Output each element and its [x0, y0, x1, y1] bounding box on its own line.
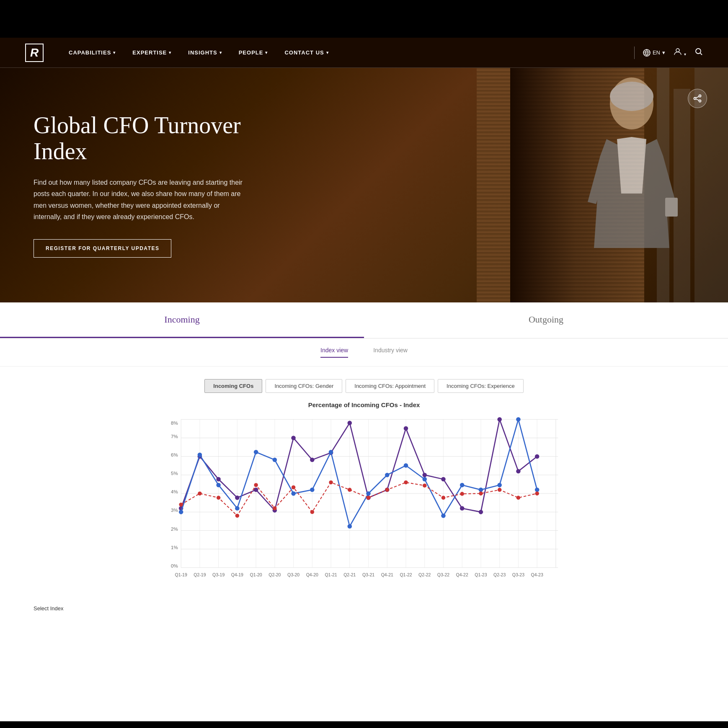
svg-text:Q3-21: Q3-21 [362, 572, 374, 577]
share-button[interactable] [688, 89, 707, 108]
svg-point-88 [497, 483, 502, 488]
share-icon [693, 94, 702, 103]
svg-point-7 [610, 82, 653, 111]
svg-text:Q4-20: Q4-20 [306, 572, 318, 577]
svg-point-63 [404, 426, 408, 431]
filter-experience[interactable]: Incoming CFOs: Experience [438, 379, 524, 393]
svg-point-9 [699, 95, 701, 97]
svg-point-10 [694, 98, 696, 100]
nav-expertise[interactable]: EXPERTISE ▾ [132, 49, 171, 56]
svg-text:2%: 2% [171, 527, 178, 532]
svg-point-82 [385, 473, 390, 478]
svg-text:Q2-22: Q2-22 [418, 572, 431, 577]
svg-point-104 [423, 483, 426, 487]
svg-point-101 [367, 496, 370, 500]
tab-outgoing[interactable]: Outgoing [364, 302, 728, 338]
svg-point-99 [329, 480, 333, 484]
svg-point-81 [366, 491, 371, 496]
nav-links: CAPABILITIES ▾ EXPERTISE ▾ INSIGHTS ▾ PE… [69, 49, 626, 56]
svg-text:3%: 3% [171, 508, 178, 513]
svg-point-75 [254, 450, 258, 454]
svg-text:Q2-23: Q2-23 [493, 572, 506, 577]
svg-rect-8 [665, 198, 678, 217]
main-tabs: Incoming Outgoing [0, 302, 728, 338]
svg-text:Q1-22: Q1-22 [400, 572, 412, 577]
svg-point-77 [291, 491, 296, 496]
svg-text:Q3-19: Q3-19 [212, 572, 225, 577]
chevron-down-icon: ▾ [219, 50, 222, 55]
svg-text:Q2-19: Q2-19 [194, 572, 206, 577]
svg-point-76 [273, 457, 277, 462]
main-content: Incoming Outgoing Index view Industry vi… [0, 302, 728, 721]
svg-text:Q4-22: Q4-22 [456, 572, 468, 577]
globe-icon [643, 49, 651, 57]
svg-point-53 [216, 477, 221, 482]
filter-incoming-cfos[interactable]: Incoming CFOs [204, 379, 262, 393]
svg-point-90 [535, 488, 540, 492]
svg-point-89 [516, 417, 521, 422]
filter-gender[interactable]: Incoming CFOs: Gender [266, 379, 342, 393]
svg-point-57 [291, 436, 296, 440]
svg-text:5%: 5% [171, 471, 178, 476]
svg-point-95 [254, 483, 258, 487]
language-selector[interactable]: EN ▾ [643, 49, 665, 57]
chevron-down-icon: ▾ [265, 50, 268, 55]
svg-point-100 [348, 488, 351, 492]
svg-point-96 [273, 506, 276, 510]
subtab-index-view[interactable]: Index view [320, 347, 348, 358]
svg-text:7%: 7% [171, 434, 178, 439]
svg-point-84 [422, 477, 427, 482]
user-icon[interactable]: ▾ [674, 47, 686, 58]
svg-point-58 [310, 457, 315, 462]
chart-wrapper: 0% 1% 2% 3% 4% 5% 6% 7% 8% [34, 417, 694, 584]
chevron-down-icon: ▾ [326, 50, 329, 55]
hero-title: Global CFO Turnover Index [34, 113, 251, 164]
chevron-down-icon: ▾ [113, 50, 116, 55]
svg-point-70 [535, 454, 540, 459]
brand-logo[interactable]: R [25, 44, 44, 62]
svg-point-85 [441, 514, 446, 518]
svg-point-108 [498, 488, 501, 492]
chart-section: Percentage of Incoming CFOs - Index 0% 1… [0, 401, 728, 601]
nav-capabilities[interactable]: CAPABILITIES ▾ [69, 49, 116, 56]
nav-people[interactable]: PEOPLE ▾ [239, 49, 268, 56]
svg-point-107 [479, 491, 483, 495]
svg-text:Q3-22: Q3-22 [437, 572, 449, 577]
svg-point-69 [516, 469, 521, 474]
tab-incoming[interactable]: Incoming [0, 302, 364, 338]
svg-point-73 [216, 483, 221, 488]
svg-text:Q1-19: Q1-19 [175, 572, 187, 577]
hero-description: Find out how many listed company CFOs ar… [34, 177, 243, 222]
svg-point-64 [422, 473, 427, 478]
svg-point-80 [348, 524, 352, 529]
svg-point-1 [676, 49, 679, 52]
svg-text:0%: 0% [171, 563, 178, 568]
svg-point-92 [198, 491, 201, 495]
nav-contact-us[interactable]: CONTACT US ▾ [284, 49, 328, 56]
subtab-industry-view[interactable]: Industry view [373, 347, 408, 358]
filter-appointment[interactable]: Incoming CFOs: Appointment [346, 379, 434, 393]
svg-point-72 [198, 452, 202, 457]
svg-text:Q2-20: Q2-20 [268, 572, 281, 577]
svg-text:Q4-21: Q4-21 [381, 572, 393, 577]
sub-tabs: Index view Industry view [0, 338, 728, 367]
svg-point-86 [460, 483, 465, 488]
svg-point-2 [696, 49, 701, 54]
svg-point-71 [179, 510, 183, 514]
register-button[interactable]: REGISTER FOR QUARTERLY UPDATES [34, 239, 171, 258]
svg-text:Q3-20: Q3-20 [287, 572, 299, 577]
hero-content: Global CFO Turnover Index Find out how m… [0, 79, 285, 291]
svg-text:Q1-23: Q1-23 [475, 572, 487, 577]
svg-point-106 [460, 492, 464, 496]
line-chart: 0% 1% 2% 3% 4% 5% 6% 7% 8% [34, 417, 694, 584]
svg-text:Q4-23: Q4-23 [531, 572, 543, 577]
svg-point-109 [516, 496, 520, 500]
svg-text:8%: 8% [171, 421, 178, 426]
search-icon[interactable] [694, 47, 703, 58]
svg-text:1%: 1% [171, 545, 178, 550]
svg-point-68 [497, 417, 502, 422]
svg-text:6%: 6% [171, 452, 178, 457]
svg-text:Q1-20: Q1-20 [250, 572, 262, 577]
svg-point-66 [460, 506, 465, 511]
nav-insights[interactable]: INSIGHTS ▾ [188, 49, 222, 56]
